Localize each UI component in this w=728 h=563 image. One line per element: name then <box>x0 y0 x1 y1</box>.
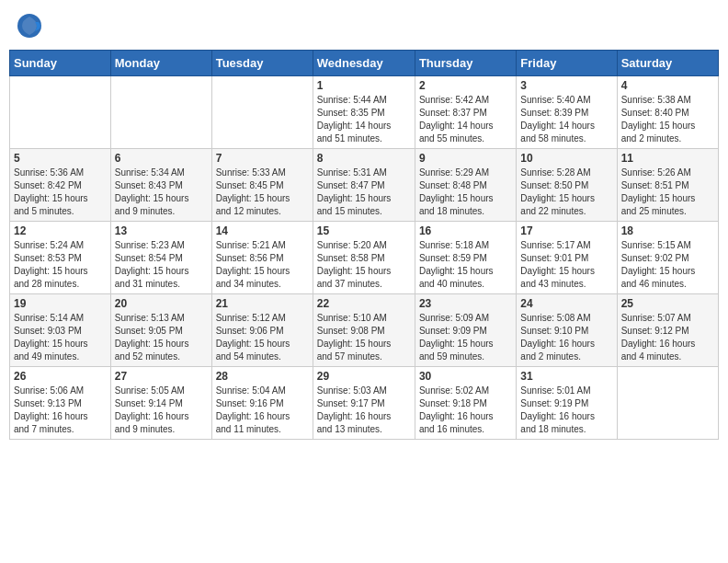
calendar-cell: 31Sunrise: 5:01 AM Sunset: 9:19 PM Dayli… <box>517 367 617 440</box>
day-info: Sunrise: 5:12 AM Sunset: 9:06 PM Dayligh… <box>216 312 309 363</box>
week-row-4: 19Sunrise: 5:14 AM Sunset: 9:03 PM Dayli… <box>10 294 719 367</box>
calendar-cell: 5Sunrise: 5:36 AM Sunset: 8:42 PM Daylig… <box>10 149 111 222</box>
day-info: Sunrise: 5:15 AM Sunset: 9:02 PM Dayligh… <box>621 239 714 291</box>
day-info: Sunrise: 5:24 AM Sunset: 8:53 PM Dayligh… <box>14 239 107 291</box>
day-number: 24 <box>520 297 612 310</box>
calendar-cell: 21Sunrise: 5:12 AM Sunset: 9:06 PM Dayli… <box>211 294 313 367</box>
day-info: Sunrise: 5:26 AM Sunset: 8:51 PM Dayligh… <box>621 167 714 218</box>
calendar-cell: 12Sunrise: 5:24 AM Sunset: 8:53 PM Dayli… <box>10 222 111 294</box>
week-row-1: 1Sunrise: 5:44 AM Sunset: 8:35 PM Daylig… <box>10 76 719 149</box>
day-info: Sunrise: 5:29 AM Sunset: 8:48 PM Dayligh… <box>419 167 512 218</box>
logo-icon <box>17 13 42 39</box>
day-number: 22 <box>317 297 411 310</box>
day-number: 2 <box>419 79 512 92</box>
day-info: Sunrise: 5:20 AM Sunset: 8:58 PM Dayligh… <box>317 239 411 291</box>
day-number: 28 <box>216 370 309 383</box>
calendar-cell: 19Sunrise: 5:14 AM Sunset: 9:03 PM Dayli… <box>10 294 111 367</box>
day-info: Sunrise: 5:17 AM Sunset: 9:01 PM Dayligh… <box>520 239 612 291</box>
calendar-cell: 20Sunrise: 5:13 AM Sunset: 9:05 PM Dayli… <box>110 294 211 367</box>
day-info: Sunrise: 5:10 AM Sunset: 9:08 PM Dayligh… <box>317 312 411 363</box>
day-info: Sunrise: 5:04 AM Sunset: 9:16 PM Dayligh… <box>216 385 309 436</box>
day-info: Sunrise: 5:28 AM Sunset: 8:50 PM Dayligh… <box>520 167 612 218</box>
day-info: Sunrise: 5:33 AM Sunset: 8:45 PM Dayligh… <box>216 167 309 218</box>
day-info: Sunrise: 5:40 AM Sunset: 8:39 PM Dayligh… <box>520 94 612 145</box>
day-header-wednesday: Wednesday <box>313 51 415 76</box>
calendar-cell: 9Sunrise: 5:29 AM Sunset: 8:48 PM Daylig… <box>415 149 516 222</box>
day-number: 10 <box>520 152 612 165</box>
day-header-saturday: Saturday <box>617 51 718 76</box>
day-number: 11 <box>621 152 714 165</box>
calendar-cell: 16Sunrise: 5:18 AM Sunset: 8:59 PM Dayli… <box>415 222 516 294</box>
day-number: 17 <box>520 224 612 237</box>
day-info: Sunrise: 5:36 AM Sunset: 8:42 PM Dayligh… <box>14 167 107 218</box>
logo <box>17 13 46 39</box>
day-info: Sunrise: 5:03 AM Sunset: 9:17 PM Dayligh… <box>317 385 411 436</box>
day-number: 20 <box>115 297 208 310</box>
calendar-cell: 23Sunrise: 5:09 AM Sunset: 9:09 PM Dayli… <box>415 294 516 367</box>
calendar-cell: 14Sunrise: 5:21 AM Sunset: 8:56 PM Dayli… <box>211 222 313 294</box>
day-number: 13 <box>115 224 208 237</box>
calendar-cell: 29Sunrise: 5:03 AM Sunset: 9:17 PM Dayli… <box>313 367 415 440</box>
calendar-cell: 24Sunrise: 5:08 AM Sunset: 9:10 PM Dayli… <box>517 294 617 367</box>
calendar-cell: 27Sunrise: 5:05 AM Sunset: 9:14 PM Dayli… <box>110 367 211 440</box>
day-number: 16 <box>419 224 512 237</box>
calendar-cell: 7Sunrise: 5:33 AM Sunset: 8:45 PM Daylig… <box>211 149 313 222</box>
day-number: 18 <box>621 224 714 237</box>
header-row: SundayMondayTuesdayWednesdayThursdayFrid… <box>10 51 719 76</box>
day-number: 30 <box>419 370 512 383</box>
day-info: Sunrise: 5:02 AM Sunset: 9:18 PM Dayligh… <box>419 385 512 436</box>
day-info: Sunrise: 5:06 AM Sunset: 9:13 PM Dayligh… <box>14 385 107 436</box>
day-number: 7 <box>216 152 309 165</box>
calendar-cell: 15Sunrise: 5:20 AM Sunset: 8:58 PM Dayli… <box>313 222 415 294</box>
day-info: Sunrise: 5:05 AM Sunset: 9:14 PM Dayligh… <box>115 385 208 436</box>
day-number: 23 <box>419 297 512 310</box>
day-info: Sunrise: 5:31 AM Sunset: 8:47 PM Dayligh… <box>317 167 411 218</box>
day-header-tuesday: Tuesday <box>211 51 313 76</box>
day-number: 4 <box>621 79 714 92</box>
calendar-cell: 10Sunrise: 5:28 AM Sunset: 8:50 PM Dayli… <box>517 149 617 222</box>
day-number: 12 <box>14 224 107 237</box>
day-info: Sunrise: 5:44 AM Sunset: 8:35 PM Dayligh… <box>317 94 411 145</box>
week-row-3: 12Sunrise: 5:24 AM Sunset: 8:53 PM Dayli… <box>10 222 719 294</box>
day-info: Sunrise: 5:09 AM Sunset: 9:09 PM Dayligh… <box>419 312 512 363</box>
calendar-cell: 3Sunrise: 5:40 AM Sunset: 8:39 PM Daylig… <box>517 76 617 149</box>
day-info: Sunrise: 5:21 AM Sunset: 8:56 PM Dayligh… <box>216 239 309 291</box>
calendar-cell: 26Sunrise: 5:06 AM Sunset: 9:13 PM Dayli… <box>10 367 111 440</box>
day-info: Sunrise: 5:23 AM Sunset: 8:54 PM Dayligh… <box>115 239 208 291</box>
day-number: 14 <box>216 224 309 237</box>
day-info: Sunrise: 5:07 AM Sunset: 9:12 PM Dayligh… <box>621 312 714 363</box>
day-header-sunday: Sunday <box>10 51 111 76</box>
calendar-cell: 1Sunrise: 5:44 AM Sunset: 8:35 PM Daylig… <box>313 76 415 149</box>
calendar-body: 1Sunrise: 5:44 AM Sunset: 8:35 PM Daylig… <box>10 76 719 440</box>
day-info: Sunrise: 5:13 AM Sunset: 9:05 PM Dayligh… <box>115 312 208 363</box>
calendar-cell: 4Sunrise: 5:38 AM Sunset: 8:40 PM Daylig… <box>617 76 718 149</box>
day-number: 21 <box>216 297 309 310</box>
day-info: Sunrise: 5:08 AM Sunset: 9:10 PM Dayligh… <box>520 312 612 363</box>
day-number: 19 <box>14 297 107 310</box>
calendar-cell: 8Sunrise: 5:31 AM Sunset: 8:47 PM Daylig… <box>313 149 415 222</box>
day-number: 31 <box>520 370 612 383</box>
week-row-5: 26Sunrise: 5:06 AM Sunset: 9:13 PM Dayli… <box>10 367 719 440</box>
day-info: Sunrise: 5:18 AM Sunset: 8:59 PM Dayligh… <box>419 239 512 291</box>
calendar-cell <box>617 367 718 440</box>
day-number: 8 <box>317 152 411 165</box>
calendar-cell: 11Sunrise: 5:26 AM Sunset: 8:51 PM Dayli… <box>617 149 718 222</box>
day-info: Sunrise: 5:01 AM Sunset: 9:19 PM Dayligh… <box>520 385 612 436</box>
day-info: Sunrise: 5:42 AM Sunset: 8:37 PM Dayligh… <box>419 94 512 145</box>
calendar-cell <box>10 76 111 149</box>
day-header-monday: Monday <box>110 51 211 76</box>
calendar-cell: 28Sunrise: 5:04 AM Sunset: 9:16 PM Dayli… <box>211 367 313 440</box>
day-info: Sunrise: 5:34 AM Sunset: 8:43 PM Dayligh… <box>115 167 208 218</box>
calendar-cell: 6Sunrise: 5:34 AM Sunset: 8:43 PM Daylig… <box>110 149 211 222</box>
calendar-cell: 13Sunrise: 5:23 AM Sunset: 8:54 PM Dayli… <box>110 222 211 294</box>
day-number: 5 <box>14 152 107 165</box>
day-number: 9 <box>419 152 512 165</box>
day-number: 15 <box>317 224 411 237</box>
calendar-cell <box>110 76 211 149</box>
day-header-friday: Friday <box>517 51 617 76</box>
calendar-cell: 22Sunrise: 5:10 AM Sunset: 9:08 PM Dayli… <box>313 294 415 367</box>
week-row-2: 5Sunrise: 5:36 AM Sunset: 8:42 PM Daylig… <box>10 149 719 222</box>
day-number: 29 <box>317 370 411 383</box>
calendar-cell: 25Sunrise: 5:07 AM Sunset: 9:12 PM Dayli… <box>617 294 718 367</box>
calendar-cell <box>211 76 313 149</box>
